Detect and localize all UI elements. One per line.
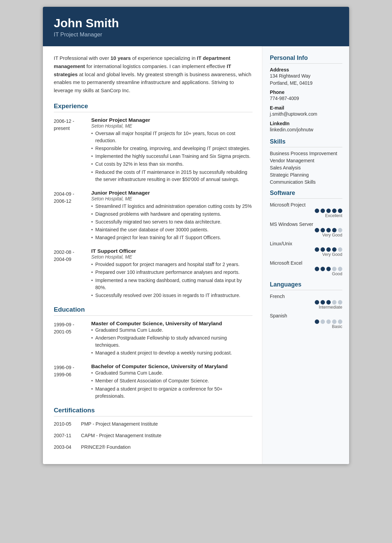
email-value: j.smith@uptowork.com — [270, 111, 342, 118]
skill-item: Business Process Improvement — [270, 151, 342, 156]
linkedin-label: LinkedIn — [270, 121, 342, 126]
job-org: Seton Hospital, ME — [91, 196, 252, 201]
personal-info-title: Personal Info — [270, 54, 342, 62]
rating-dot — [315, 228, 319, 232]
edu-title: Bachelor of Computer Science, University… — [91, 363, 252, 369]
education-divider — [54, 315, 252, 316]
job-title: Senior Project Manager — [91, 117, 252, 123]
skill-item: Sales Analysis — [270, 165, 342, 170]
bullet-item: Implemented the highly successful Lean T… — [91, 153, 252, 160]
rating-dot — [326, 300, 331, 305]
language-name: French — [270, 294, 342, 299]
rating-dot — [315, 319, 319, 324]
cert-name: PMP - Project Management Institute — [81, 421, 158, 427]
certifications-section-title: Certifications — [54, 407, 252, 414]
rating-dot — [332, 267, 337, 271]
address-value: 134 Rightward WayPortland, ME, 04019 — [270, 73, 342, 87]
rating-dot — [315, 300, 319, 305]
rating-dot — [321, 247, 325, 252]
rating-dot — [332, 300, 337, 305]
linkedin-value: linkedin.com/johnutw — [270, 127, 342, 134]
skill-item: Communication Skills — [270, 179, 342, 185]
software-item: Microsoft Project Excellent — [270, 202, 342, 218]
languages-section-title: Languages — [270, 281, 342, 288]
skill-item: Strategic Planning — [270, 172, 342, 178]
dots-row — [270, 267, 342, 271]
job-detail: IT Support Officer Seton Hospital, ME Pr… — [91, 248, 252, 300]
rating-dot — [326, 228, 331, 232]
skill-item: Vendor Management — [270, 158, 342, 163]
cert-item: 2003-04 PRINCE2® Foundation — [54, 444, 252, 450]
rating-dot — [332, 209, 337, 213]
dots-row — [270, 319, 342, 324]
rating-dot — [338, 209, 342, 213]
rating-dot — [321, 300, 325, 305]
bullet-item: Oversaw all major hospital IT projects f… — [91, 130, 252, 144]
bullet-item: Diagnosed problems with hardware and ope… — [91, 211, 252, 218]
cert-date: 2003-04 — [54, 444, 81, 450]
experience-section-title: Experience — [54, 102, 252, 110]
bullet-item: Andersen Postgraduate Fellowship to stud… — [91, 334, 252, 349]
bullet-list: Streamlined IT logistics and administrat… — [91, 203, 252, 242]
bullet-item: Successfully migrated two servers to new… — [91, 218, 252, 226]
bullet-item: Managed project for lean training for al… — [91, 234, 252, 241]
rating-dot — [326, 267, 331, 271]
rating-dot — [332, 228, 337, 232]
experience-item: 2004-09 -2006-12 Junior Project Manager … — [54, 190, 252, 242]
rating-dot — [338, 228, 342, 232]
education-item: 1996-09 -1999-06 Bachelor of Computer Sc… — [54, 363, 252, 400]
date-range: 2002-08 -2004-09 — [54, 248, 91, 300]
main-content: IT Professional with over 10 years of ex… — [43, 46, 262, 464]
software-name: Microsoft Project — [270, 202, 342, 208]
experience-list: 2006-12 -present Senior Project Manager … — [54, 117, 252, 300]
resume-body: IT Professional with over 10 years of ex… — [43, 46, 349, 464]
resume-header: John Smith IT Project Manager — [43, 7, 349, 46]
candidate-name: John Smith — [54, 16, 338, 30]
rating-dot — [321, 228, 325, 232]
bullet-item: Cut costs by 32% in less than six months… — [91, 161, 252, 168]
bullet-item: Prepared over 100 infrastructure perform… — [91, 269, 252, 276]
bullet-item: Provided support for project managers an… — [91, 261, 252, 268]
date-range: 2006-12 -present — [54, 117, 91, 184]
bullet-item: Member of Student Association of Compute… — [91, 377, 252, 384]
experience-item: 2006-12 -present Senior Project Manager … — [54, 117, 252, 184]
rating-label: Basic — [270, 324, 342, 329]
cert-item: 2010-05 PMP - Project Management Institu… — [54, 421, 252, 427]
rating-dot — [338, 247, 342, 252]
dots-row — [270, 209, 342, 213]
rating-label: Very Good — [270, 252, 342, 257]
cert-item: 2007-11 CAPM - Project Management Instit… — [54, 433, 252, 438]
bullet-item: Responsible for creating, improving, and… — [91, 145, 252, 152]
education-section-title: Education — [54, 306, 252, 313]
software-list: Microsoft Project Excellent MS Windows S… — [270, 202, 342, 276]
bullet-item: Graduated Summa Cum Laude. — [91, 369, 252, 377]
languages-divider — [270, 290, 342, 290]
rating-dot — [321, 209, 325, 213]
rating-dot — [326, 319, 331, 324]
rating-dot — [326, 247, 331, 252]
dots-row — [270, 228, 342, 232]
certifications-divider — [54, 416, 252, 416]
skills-section-title: Skills — [270, 138, 342, 145]
date-range: 2004-09 -2006-12 — [54, 190, 91, 242]
edu-detail: Master of Computer Science, University o… — [91, 320, 252, 357]
languages-list: French Intermediate Spanish Basic — [270, 294, 342, 329]
job-org: Seton Hospital, ME — [91, 123, 252, 129]
bullet-item: Reduced the costs of IT maintenance in 2… — [91, 169, 252, 183]
education-list: 1999-09 -2001-05 Master of Computer Scie… — [54, 320, 252, 400]
rating-dot — [315, 209, 319, 213]
rating-label: Good — [270, 272, 342, 276]
software-section-title: Software — [270, 190, 342, 197]
dots-row — [270, 300, 342, 305]
rating-dot — [338, 300, 342, 305]
rating-dot — [332, 319, 337, 324]
rating-dot — [315, 247, 319, 252]
bullet-item: Implemented a new tracking dashboard, cu… — [91, 277, 252, 291]
job-detail: Senior Project Manager Seton Hospital, M… — [91, 117, 252, 184]
rating-label: Intermediate — [270, 305, 342, 310]
cert-date: 2010-05 — [54, 421, 81, 427]
software-name: Linux/Unix — [270, 241, 342, 246]
skills-list: Business Process ImprovementVendor Manag… — [270, 151, 342, 185]
rating-dot — [338, 319, 342, 324]
address-label: Address — [270, 67, 342, 72]
